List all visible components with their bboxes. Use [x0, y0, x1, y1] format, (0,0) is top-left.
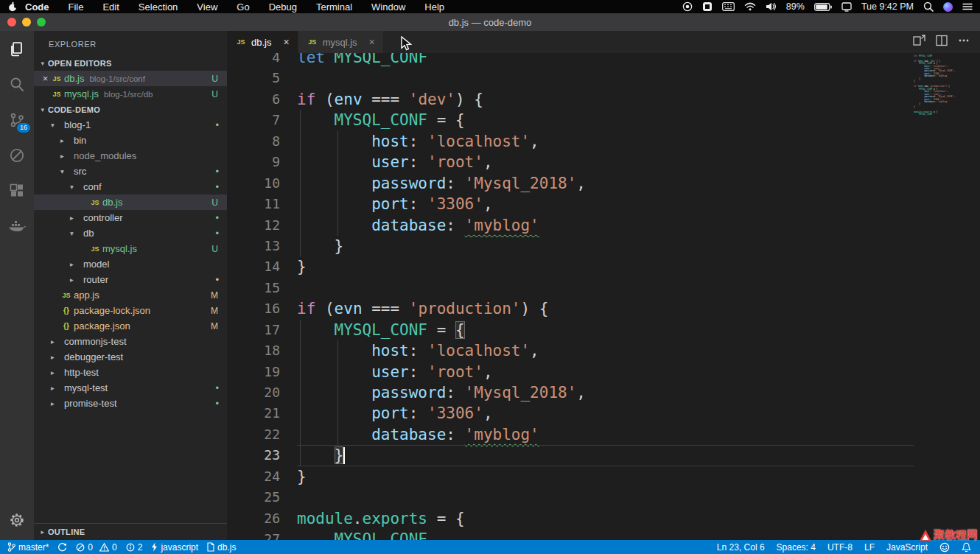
menu-item-terminal[interactable]: Terminal — [316, 1, 352, 13]
code-line[interactable]: 10 password: 'Mysql_2018', — [227, 173, 914, 194]
runner-file-indicator[interactable]: db.js — [207, 542, 236, 553]
line-number[interactable]: 8 — [227, 131, 297, 152]
tree-folder-node_modules[interactable]: ▸node_modules — [34, 148, 227, 164]
line-number[interactable]: 24 — [227, 466, 297, 487]
code-line[interactable]: 25 — [227, 487, 914, 508]
code-line[interactable]: 6if (env === 'dev') { — [227, 89, 914, 110]
tree-folder-conf[interactable]: ▾conf• — [34, 179, 227, 194]
line-number[interactable]: 12 — [227, 215, 297, 236]
split-editor-icon[interactable] — [936, 35, 948, 49]
close-icon[interactable]: × — [40, 73, 51, 84]
line-number[interactable]: 6 — [227, 89, 297, 110]
code-line[interactable]: 20 password: 'Mysql_2018', — [227, 382, 914, 403]
code-line[interactable]: 19 user: 'root', — [227, 362, 914, 382]
volume-icon[interactable] — [766, 2, 777, 11]
menu-item-window[interactable]: Window — [371, 1, 405, 13]
activity-docker-button[interactable] — [7, 217, 27, 236]
menu-item-code[interactable]: Code — [25, 1, 49, 13]
siri-icon[interactable] — [943, 2, 953, 12]
activity-explorer-button[interactable] — [7, 40, 27, 59]
line-number[interactable]: 18 — [227, 340, 297, 361]
code-line[interactable]: 7 MYSQL_CONF = { — [227, 110, 914, 130]
line-number[interactable]: 19 — [227, 362, 297, 382]
code-line[interactable]: 13 } — [227, 236, 914, 256]
eol-indicator[interactable]: LF — [864, 542, 875, 553]
code-line[interactable]: 17 MYSQL_CONF = { — [227, 320, 914, 340]
sync-button[interactable] — [57, 542, 67, 552]
code-line[interactable]: 4let MYSQL_CONF — [227, 53, 914, 68]
tree-folder-bin[interactable]: ▸bin — [34, 133, 227, 148]
close-icon[interactable]: × — [283, 36, 289, 48]
menu-item-go[interactable]: Go — [237, 1, 249, 13]
cursor-position[interactable]: Ln 23, Col 6 — [717, 542, 765, 553]
line-number[interactable]: 11 — [227, 194, 297, 214]
activity-extensions-button[interactable] — [7, 181, 27, 200]
tree-folder-src[interactable]: ▾src• — [34, 164, 227, 179]
wifi-icon[interactable] — [744, 2, 756, 11]
line-number[interactable]: 23 — [227, 445, 297, 466]
line-number[interactable]: 10 — [227, 173, 297, 194]
open-editor-item-mysql.js[interactable]: JSmysql.jsblog-1/src/dbU — [34, 86, 227, 102]
code-line[interactable]: 26module.exports = { — [227, 508, 914, 529]
notifications-button[interactable] — [962, 542, 971, 553]
tab-mysql.js[interactable]: JSmysql.js× — [298, 31, 384, 53]
tree-folder-model[interactable]: ▸model — [34, 256, 227, 272]
code-line[interactable]: 11 port: '3306', — [227, 194, 914, 214]
activity-search-button[interactable] — [7, 75, 27, 94]
code-line[interactable]: 27 MYSQL_CONF — [227, 529, 914, 540]
code-line[interactable]: 23 } — [227, 445, 914, 466]
notification-center-icon[interactable] — [962, 2, 973, 11]
open-changes-icon[interactable] — [913, 35, 925, 49]
line-number[interactable]: 13 — [227, 236, 297, 256]
open-editors-header[interactable]: ▾ OPEN EDITORS — [34, 55, 227, 71]
tree-file-package-lock.json[interactable]: {}package-lock.jsonM — [34, 303, 227, 318]
keyboard-icon[interactable] — [722, 2, 735, 11]
tree-file-package.json[interactable]: {}package.jsonM — [34, 318, 227, 334]
code-editor[interactable]: 4let MYSQL_CONF56if (env === 'dev') {7 M… — [227, 53, 980, 540]
line-number[interactable]: 27 — [227, 529, 297, 540]
tree-file-app.js[interactable]: JSapp.jsM — [34, 287, 227, 303]
line-number[interactable]: 14 — [227, 256, 297, 277]
code-line[interactable]: 15 — [227, 278, 914, 298]
menu-item-debug[interactable]: Debug — [269, 1, 297, 13]
tree-folder-db[interactable]: ▾db• — [34, 225, 227, 241]
tree-file-db.js[interactable]: JSdb.jsU — [34, 194, 227, 210]
code-line[interactable]: 5 — [227, 68, 914, 88]
tree-folder-http-test[interactable]: ▸http-test — [34, 365, 227, 380]
battery-icon[interactable] — [814, 3, 832, 11]
runner-language-indicator[interactable]: javascript — [151, 542, 198, 553]
input-method-icon[interactable] — [702, 1, 713, 12]
feedback-smiley-button[interactable] — [939, 542, 950, 553]
activity-source-control-button[interactable]: 16 — [7, 111, 27, 130]
line-number[interactable]: 9 — [227, 152, 297, 172]
indentation-indicator[interactable]: Spaces: 4 — [777, 542, 816, 553]
code-line[interactable]: 21 port: '3306', — [227, 403, 914, 424]
line-number[interactable]: 5 — [227, 68, 297, 88]
menu-item-help[interactable]: Help — [424, 1, 444, 13]
spotlight-icon[interactable] — [923, 1, 934, 12]
code-line[interactable]: 16if (evn === 'production') { — [227, 298, 914, 319]
code-area[interactable]: 4let MYSQL_CONF56if (env === 'dev') {7 M… — [227, 53, 914, 540]
line-number[interactable]: 26 — [227, 508, 297, 529]
settings-button[interactable] — [7, 511, 27, 530]
line-number[interactable]: 22 — [227, 424, 297, 445]
minimap[interactable]: let MYSQL_CONFif (env === 'dev') { MYSQL… — [914, 55, 973, 364]
git-branch-indicator[interactable]: master* — [7, 542, 49, 553]
problems-indicator[interactable]: 0 0 — [76, 542, 116, 553]
language-mode[interactable]: JavaScript — [886, 542, 928, 553]
code-line[interactable]: 12 database: 'myblog' — [227, 215, 914, 236]
line-number[interactable]: 16 — [227, 298, 297, 319]
code-line[interactable]: 9 user: 'root', — [227, 152, 914, 172]
menu-item-view[interactable]: View — [197, 1, 217, 13]
folder-section-header[interactable]: ▾ CODE-DEMO — [34, 102, 227, 117]
line-number[interactable]: 25 — [227, 487, 297, 508]
tree-folder-promise-test[interactable]: ▸promise-test• — [34, 396, 227, 411]
tree-folder-commonjs-test[interactable]: ▸commonjs-test — [34, 334, 227, 349]
tree-folder-debugger-test[interactable]: ▸debugger-test — [34, 349, 227, 365]
code-line[interactable]: 24} — [227, 466, 914, 487]
activity-debug-button[interactable] — [7, 146, 27, 165]
encoding-indicator[interactable]: UTF-8 — [827, 542, 853, 553]
tree-folder-blog-1[interactable]: ▾blog-1• — [34, 117, 227, 133]
display-app-icon[interactable] — [841, 2, 852, 12]
info-indicator[interactable]: 2 — [126, 542, 143, 553]
